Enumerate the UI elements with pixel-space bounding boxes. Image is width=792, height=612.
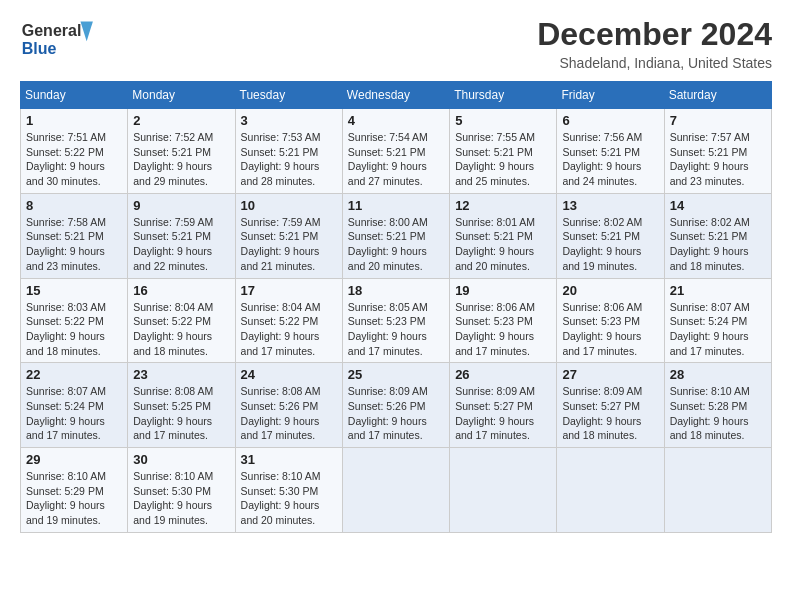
day-info: Sunrise: 7:53 AM Sunset: 5:21 PM Dayligh… [241, 130, 337, 189]
day-number: 19 [455, 283, 551, 298]
page-header: General Blue December 2024 Shadeland, In… [20, 16, 772, 71]
day-info: Sunrise: 7:57 AM Sunset: 5:21 PM Dayligh… [670, 130, 766, 189]
day-info: Sunrise: 8:02 AM Sunset: 5:21 PM Dayligh… [670, 215, 766, 274]
day-number: 10 [241, 198, 337, 213]
daylight-label: Daylight: 9 hours and 29 minutes. [133, 160, 212, 187]
sunset-label: Sunset: 5:21 PM [348, 230, 426, 242]
calendar-table: SundayMondayTuesdayWednesdayThursdayFrid… [20, 81, 772, 533]
sunrise-label: Sunrise: 8:10 AM [133, 470, 213, 482]
sunrise-label: Sunrise: 8:02 AM [562, 216, 642, 228]
daylight-label: Daylight: 9 hours and 18 minutes. [670, 415, 749, 442]
sunset-label: Sunset: 5:21 PM [562, 230, 640, 242]
calendar-cell [664, 448, 771, 533]
calendar-cell [450, 448, 557, 533]
sunset-label: Sunset: 5:22 PM [133, 315, 211, 327]
sunrise-label: Sunrise: 8:06 AM [562, 301, 642, 313]
sunrise-label: Sunrise: 7:55 AM [455, 131, 535, 143]
sunset-label: Sunset: 5:21 PM [455, 146, 533, 158]
calendar-cell: 3 Sunrise: 7:53 AM Sunset: 5:21 PM Dayli… [235, 109, 342, 194]
calendar-cell: 1 Sunrise: 7:51 AM Sunset: 5:22 PM Dayli… [21, 109, 128, 194]
calendar-cell: 11 Sunrise: 8:00 AM Sunset: 5:21 PM Dayl… [342, 193, 449, 278]
calendar-cell: 12 Sunrise: 8:01 AM Sunset: 5:21 PM Dayl… [450, 193, 557, 278]
calendar-cell: 2 Sunrise: 7:52 AM Sunset: 5:21 PM Dayli… [128, 109, 235, 194]
calendar-cell: 20 Sunrise: 8:06 AM Sunset: 5:23 PM Dayl… [557, 278, 664, 363]
calendar-cell [342, 448, 449, 533]
calendar-cell: 6 Sunrise: 7:56 AM Sunset: 5:21 PM Dayli… [557, 109, 664, 194]
day-info: Sunrise: 8:09 AM Sunset: 5:27 PM Dayligh… [562, 384, 658, 443]
day-number: 29 [26, 452, 122, 467]
sunset-label: Sunset: 5:24 PM [26, 400, 104, 412]
sunset-label: Sunset: 5:22 PM [241, 315, 319, 327]
weekday-header-saturday: Saturday [664, 82, 771, 109]
day-info: Sunrise: 8:04 AM Sunset: 5:22 PM Dayligh… [133, 300, 229, 359]
day-number: 5 [455, 113, 551, 128]
calendar-cell: 27 Sunrise: 8:09 AM Sunset: 5:27 PM Dayl… [557, 363, 664, 448]
month-title: December 2024 [537, 16, 772, 53]
sunrise-label: Sunrise: 7:53 AM [241, 131, 321, 143]
sunrise-label: Sunrise: 8:10 AM [241, 470, 321, 482]
sunset-label: Sunset: 5:26 PM [241, 400, 319, 412]
calendar-cell: 28 Sunrise: 8:10 AM Sunset: 5:28 PM Dayl… [664, 363, 771, 448]
sunset-label: Sunset: 5:29 PM [26, 485, 104, 497]
sunset-label: Sunset: 5:22 PM [26, 315, 104, 327]
day-number: 25 [348, 367, 444, 382]
sunset-label: Sunset: 5:21 PM [670, 230, 748, 242]
day-info: Sunrise: 7:51 AM Sunset: 5:22 PM Dayligh… [26, 130, 122, 189]
day-info: Sunrise: 7:58 AM Sunset: 5:21 PM Dayligh… [26, 215, 122, 274]
sunset-label: Sunset: 5:26 PM [348, 400, 426, 412]
day-number: 31 [241, 452, 337, 467]
day-number: 15 [26, 283, 122, 298]
day-info: Sunrise: 7:56 AM Sunset: 5:21 PM Dayligh… [562, 130, 658, 189]
sunrise-label: Sunrise: 8:01 AM [455, 216, 535, 228]
calendar-week-row: 1 Sunrise: 7:51 AM Sunset: 5:22 PM Dayli… [21, 109, 772, 194]
sunset-label: Sunset: 5:21 PM [562, 146, 640, 158]
daylight-label: Daylight: 9 hours and 17 minutes. [455, 330, 534, 357]
sunrise-label: Sunrise: 8:09 AM [455, 385, 535, 397]
day-info: Sunrise: 8:05 AM Sunset: 5:23 PM Dayligh… [348, 300, 444, 359]
day-info: Sunrise: 8:10 AM Sunset: 5:30 PM Dayligh… [241, 469, 337, 528]
day-number: 22 [26, 367, 122, 382]
daylight-label: Daylight: 9 hours and 27 minutes. [348, 160, 427, 187]
sunset-label: Sunset: 5:24 PM [670, 315, 748, 327]
calendar-cell: 10 Sunrise: 7:59 AM Sunset: 5:21 PM Dayl… [235, 193, 342, 278]
calendar-cell: 8 Sunrise: 7:58 AM Sunset: 5:21 PM Dayli… [21, 193, 128, 278]
day-number: 11 [348, 198, 444, 213]
logo-svg: General Blue [20, 16, 100, 61]
sunset-label: Sunset: 5:21 PM [26, 230, 104, 242]
day-info: Sunrise: 7:59 AM Sunset: 5:21 PM Dayligh… [133, 215, 229, 274]
daylight-label: Daylight: 9 hours and 23 minutes. [26, 245, 105, 272]
calendar-cell: 23 Sunrise: 8:08 AM Sunset: 5:25 PM Dayl… [128, 363, 235, 448]
day-number: 3 [241, 113, 337, 128]
title-block: December 2024 Shadeland, Indiana, United… [537, 16, 772, 71]
calendar-cell: 25 Sunrise: 8:09 AM Sunset: 5:26 PM Dayl… [342, 363, 449, 448]
sunrise-label: Sunrise: 8:06 AM [455, 301, 535, 313]
sunrise-label: Sunrise: 8:00 AM [348, 216, 428, 228]
sunset-label: Sunset: 5:21 PM [241, 230, 319, 242]
day-number: 26 [455, 367, 551, 382]
sunrise-label: Sunrise: 8:05 AM [348, 301, 428, 313]
daylight-label: Daylight: 9 hours and 17 minutes. [241, 415, 320, 442]
sunrise-label: Sunrise: 7:59 AM [133, 216, 213, 228]
day-number: 4 [348, 113, 444, 128]
sunrise-label: Sunrise: 8:02 AM [670, 216, 750, 228]
day-info: Sunrise: 8:06 AM Sunset: 5:23 PM Dayligh… [562, 300, 658, 359]
calendar-cell: 19 Sunrise: 8:06 AM Sunset: 5:23 PM Dayl… [450, 278, 557, 363]
sunset-label: Sunset: 5:21 PM [133, 230, 211, 242]
svg-marker-2 [80, 22, 92, 42]
day-info: Sunrise: 8:09 AM Sunset: 5:26 PM Dayligh… [348, 384, 444, 443]
day-number: 23 [133, 367, 229, 382]
weekday-header-sunday: Sunday [21, 82, 128, 109]
calendar-cell: 18 Sunrise: 8:05 AM Sunset: 5:23 PM Dayl… [342, 278, 449, 363]
sunrise-label: Sunrise: 8:08 AM [133, 385, 213, 397]
day-info: Sunrise: 7:55 AM Sunset: 5:21 PM Dayligh… [455, 130, 551, 189]
day-number: 6 [562, 113, 658, 128]
sunrise-label: Sunrise: 8:08 AM [241, 385, 321, 397]
sunset-label: Sunset: 5:21 PM [348, 146, 426, 158]
day-number: 9 [133, 198, 229, 213]
day-info: Sunrise: 8:07 AM Sunset: 5:24 PM Dayligh… [670, 300, 766, 359]
svg-text:General: General [22, 22, 82, 39]
day-info: Sunrise: 8:01 AM Sunset: 5:21 PM Dayligh… [455, 215, 551, 274]
day-number: 12 [455, 198, 551, 213]
sunrise-label: Sunrise: 8:09 AM [562, 385, 642, 397]
sunset-label: Sunset: 5:27 PM [562, 400, 640, 412]
